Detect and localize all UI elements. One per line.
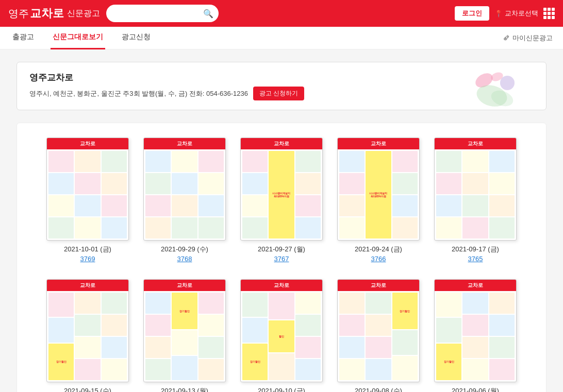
nav: 출광고 신문그대로보기 광고신청 🗞 마이신문광고 [0, 27, 563, 49]
location-button[interactable]: 📍 교차로선택 [494, 9, 538, 18]
newspaper-thumb: 교차로 장기할인 [337, 279, 420, 382]
apply-button[interactable]: 광고 신청하기 [253, 87, 304, 100]
my-newspaper-label: 마이신문광고 [512, 33, 553, 43]
newspaper-thumb: 교차로 장기할인 [46, 279, 129, 382]
newspaper-date: 2021-09-24 (금) [355, 245, 402, 254]
newspaper-date: 2021-09-13 (월) [161, 386, 208, 392]
newspaper-item[interactable]: 교차로 시스템비계설치최대65%지원 2021-09-24 (금) 3766 [335, 138, 422, 263]
newspaper-date: 2021-09-29 (수) [161, 245, 208, 254]
newspaper-date: 2021-09-15 (수) [64, 386, 111, 392]
menu-grid-icon[interactable] [543, 8, 555, 19]
newspaper-item[interactable]: 교차로 장기할인 2021-09-15 (수) 3764 [44, 279, 131, 392]
newspaper-item[interactable]: 교차로 장기할인 할인 2021-09-10 (금) 3762 [238, 279, 325, 392]
newspaper-row-2: 교차로 장기할인 2021-09-15 (수) 3764 교차로 장기할인 [27, 279, 536, 392]
newspaper-item[interactable]: 교차로 2021-10-01 (금) 3769 [44, 138, 131, 263]
newspaper-thumb: 교차로 [46, 138, 129, 241]
grid-dot [543, 8, 547, 11]
newspaper-thumb: 교차로 시스템비계설치최대65%지원 [337, 138, 420, 241]
newspaper-date: 2021-09-17 (금) [452, 245, 499, 254]
newspaper-num[interactable]: 3767 [274, 255, 289, 263]
newspaper-num[interactable]: 3766 [371, 255, 386, 263]
logo-sub: 신문광고 [67, 8, 100, 19]
newspaper-thumb: 교차로 시스템비계설지최대65%지원 [240, 138, 323, 241]
grid-dot [552, 12, 555, 15]
grid-dot [543, 16, 547, 19]
location-label: 교차로선택 [505, 9, 538, 18]
newspaper-date: 2021-09-27 (월) [258, 245, 305, 254]
newspaper-item[interactable]: 교차로 장기할인 2021-09-06 (월) 3760 [432, 279, 519, 392]
search-button[interactable]: 🔍 [203, 9, 213, 19]
newspaper-thumb: 교차로 장기할인 [434, 279, 517, 382]
newspaper-num[interactable]: 3769 [80, 255, 95, 263]
main-content: 영주교차로 영주시, 예천군, 봉화군, 울진군 주3회 발행(월, 수, 금)… [0, 49, 563, 392]
logo-light: 영주 [8, 7, 29, 21]
newspaper-item[interactable]: 교차로 시스템비계설지최대65%지원 2021-09-27 (월) 3767 [238, 138, 325, 263]
newspaper-date: 2021-10-01 (금) [64, 245, 111, 254]
location-pin-icon: 📍 [494, 10, 503, 18]
newspaper-row-1: 교차로 2021-10-01 (금) 3769 교차로 [27, 138, 536, 263]
newspaper-thumb: 교차로 장기할인 [143, 279, 226, 382]
login-button[interactable]: 로그인 [455, 6, 489, 21]
logo: 영주 교차로 신문광고 [8, 6, 100, 21]
info-card-desc: 영주시, 예천군, 봉화군, 울진군 주3회 발행(월, 수, 금) 전화: 0… [29, 87, 534, 100]
newspaper-thumb: 교차로 [434, 138, 517, 241]
newspaper-icon: 🗞 [503, 34, 509, 42]
grid-dot [548, 16, 551, 19]
logo-bold: 교차로 [30, 6, 64, 21]
newspaper-item[interactable]: 교차로 2021-09-17 (금) 3765 [432, 138, 519, 263]
info-card: 영주교차로 영주시, 예천군, 봉화군, 울진군 주3회 발행(월, 수, 금)… [16, 62, 547, 110]
newspaper-item[interactable]: 교차로 장기할인 2021-09-13 (월) 3763 [141, 279, 228, 392]
my-newspaper[interactable]: 🗞 마이신문광고 [503, 33, 553, 43]
newspaper-item[interactable]: 교차로 장기할인 2021-09-08 (수) 3761 [335, 279, 422, 392]
newspaper-date: 2021-09-08 (수) [355, 386, 402, 392]
newspaper-date: 2021-09-06 (월) [452, 386, 499, 392]
grid-dot [548, 8, 551, 11]
info-card-title: 영주교차로 [29, 72, 534, 83]
newspaper-item[interactable]: 교차로 2021-09-29 (수) 3768 [141, 138, 228, 263]
newspaper-thumb: 교차로 [143, 138, 226, 241]
grid-dot [552, 16, 555, 19]
header: 영주 교차로 신문광고 🔍 로그인 📍 교차로선택 [0, 0, 563, 27]
nav-item-newspaper[interactable]: 신문그대로보기 [51, 27, 105, 49]
grid-dot [552, 8, 555, 11]
grid-dot [543, 12, 547, 15]
newspaper-date: 2021-09-10 (금) [258, 386, 305, 392]
newspaper-num[interactable]: 3765 [468, 255, 483, 263]
search-input[interactable] [106, 5, 219, 22]
search-wrap: 🔍 [106, 5, 219, 22]
newspaper-thumb: 교차로 장기할인 할인 [240, 279, 323, 382]
nav-item-ads[interactable]: 출광고 [10, 27, 36, 49]
newspaper-num[interactable]: 3768 [177, 255, 192, 263]
newspaper-grid: 교차로 2021-10-01 (금) 3769 교차로 [16, 123, 547, 392]
grid-dot [548, 12, 551, 15]
header-right: 로그인 📍 교차로선택 [455, 6, 555, 21]
info-card-text: 영주시, 예천군, 봉화군, 울진군 주3회 발행(월, 수, 금) 전화: 0… [29, 89, 248, 98]
nav-item-apply[interactable]: 광고신청 [120, 27, 153, 49]
